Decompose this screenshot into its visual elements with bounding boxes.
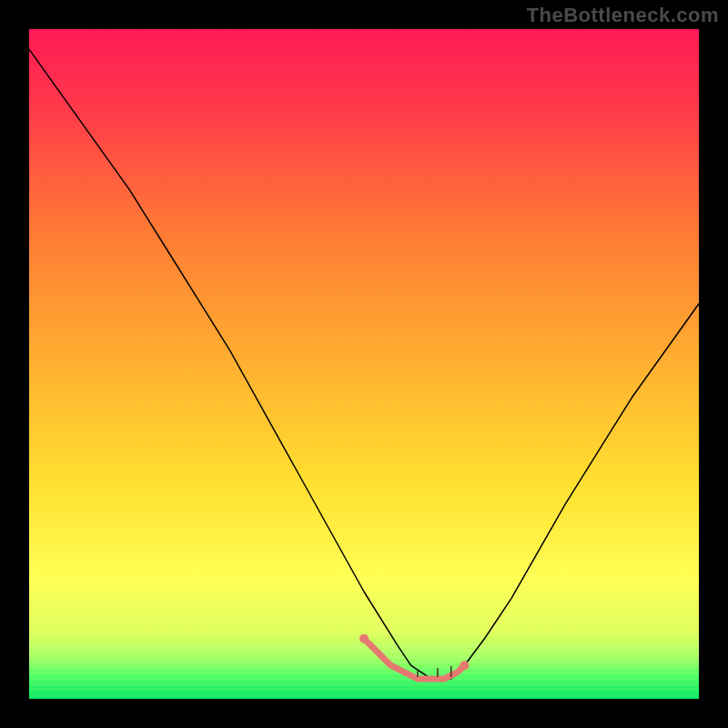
svg-rect-5 xyxy=(29,672,699,675)
bottleneck-chart xyxy=(0,0,728,728)
svg-rect-9 xyxy=(29,693,699,697)
svg-rect-2 xyxy=(29,655,699,659)
svg-rect-1 xyxy=(29,650,699,653)
highlight-endpoint xyxy=(460,661,469,670)
plot-background xyxy=(29,29,699,699)
watermark-text: TheBottleneck.com xyxy=(527,4,719,27)
svg-rect-4 xyxy=(29,666,699,670)
chart-container: TheBottleneck.com xyxy=(0,0,728,728)
svg-rect-3 xyxy=(29,661,699,664)
highlight-endpoint xyxy=(359,634,369,643)
svg-rect-7 xyxy=(29,682,699,686)
svg-rect-6 xyxy=(29,677,699,681)
svg-rect-8 xyxy=(29,688,699,692)
svg-rect-0 xyxy=(29,644,699,648)
